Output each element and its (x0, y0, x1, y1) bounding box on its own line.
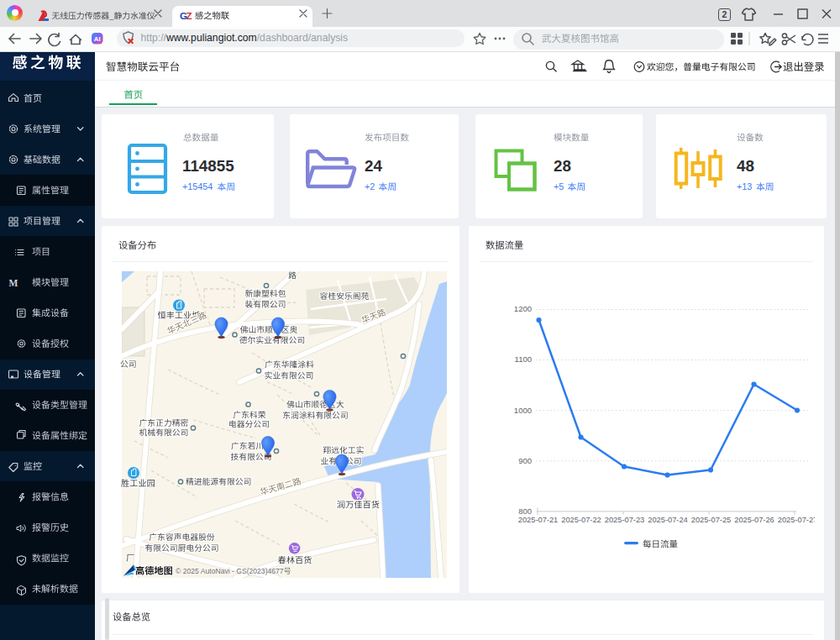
svg-text:1200: 1200 (514, 304, 532, 313)
svg-text:800: 800 (518, 506, 532, 516)
svg-text:2025-07-27: 2025-07-27 (778, 516, 818, 524)
svg-text:2025-07-21: 2025-07-21 (518, 516, 559, 524)
svg-text:1000: 1000 (514, 406, 532, 415)
svg-text:2025-07-25: 2025-07-25 (691, 516, 732, 524)
svg-text:2025-07-23: 2025-07-23 (605, 516, 645, 524)
svg-text:2025-07-22: 2025-07-22 (561, 516, 601, 524)
svg-text:1100: 1100 (515, 354, 532, 364)
svg-text:2025-07-24: 2025-07-24 (648, 516, 688, 524)
svg-text:900: 900 (518, 456, 532, 465)
svg-text:2025-07-26: 2025-07-26 (734, 516, 774, 524)
